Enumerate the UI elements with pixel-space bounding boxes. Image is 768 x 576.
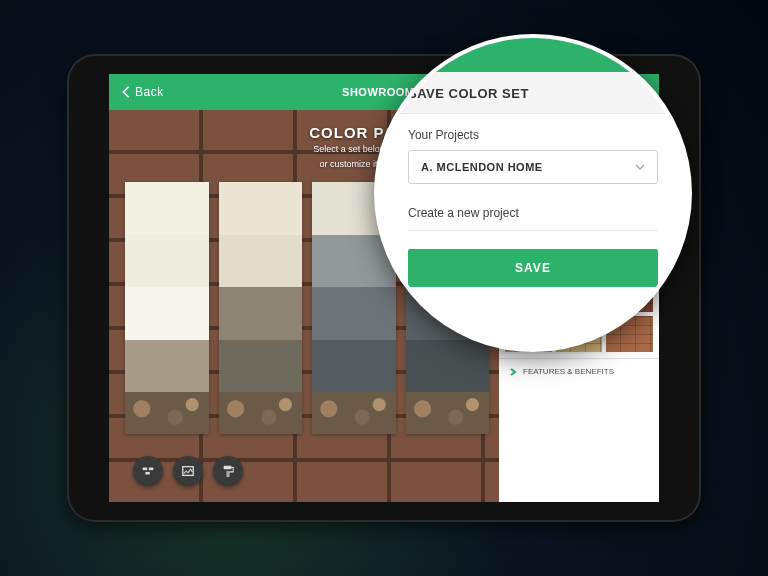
paint-button[interactable] xyxy=(213,456,243,486)
palette-card[interactable] xyxy=(219,182,303,434)
color-swatch xyxy=(125,235,209,288)
svg-rect-2 xyxy=(145,472,149,475)
stone-swatch xyxy=(219,392,303,434)
projects-label: Your Projects xyxy=(408,128,658,142)
image-button[interactable] xyxy=(173,456,203,486)
palette-card[interactable] xyxy=(125,182,209,434)
roller-icon xyxy=(221,464,235,478)
color-swatch xyxy=(312,287,396,340)
color-swatch xyxy=(125,287,209,340)
chevron-left-icon xyxy=(121,85,131,99)
color-swatch xyxy=(125,340,209,393)
chevron-down-icon xyxy=(635,163,645,171)
color-swatch xyxy=(312,235,396,288)
detail-bubble: SAVE COLOR SET Your Projects A. MCLENDON… xyxy=(378,38,688,348)
back-button[interactable]: Back xyxy=(121,85,164,99)
layers-button[interactable] xyxy=(133,456,163,486)
svg-rect-0 xyxy=(143,468,147,471)
features-label: FEATURES & BENEFITS xyxy=(523,367,614,376)
svg-rect-1 xyxy=(149,468,153,471)
stone-swatch xyxy=(312,392,396,434)
color-swatch xyxy=(219,182,303,235)
project-select[interactable]: A. MCLENDON HOME xyxy=(408,150,658,184)
brick-icon xyxy=(141,464,155,478)
stone-swatch xyxy=(125,392,209,434)
create-project-link[interactable]: Create a new project xyxy=(408,206,658,231)
back-label: Back xyxy=(135,85,164,99)
svg-rect-5 xyxy=(612,47,618,51)
color-swatch xyxy=(219,287,303,340)
stone-swatch xyxy=(406,392,490,434)
chevron-right-icon xyxy=(509,368,517,376)
selected-project: A. MCLENDON HOME xyxy=(421,161,543,173)
color-swatch xyxy=(312,340,396,393)
dialog-body: Your Projects A. MCLENDON HOME Create a … xyxy=(378,114,688,287)
floating-actions xyxy=(133,456,243,486)
features-link[interactable]: FEATURES & BENEFITS xyxy=(499,358,659,384)
color-swatch xyxy=(219,235,303,288)
color-swatch xyxy=(125,182,209,235)
save-button[interactable]: SAVE xyxy=(408,249,658,287)
svg-rect-4 xyxy=(224,466,232,470)
image-icon xyxy=(181,464,195,478)
color-swatch xyxy=(406,340,490,393)
color-swatch xyxy=(219,340,303,393)
